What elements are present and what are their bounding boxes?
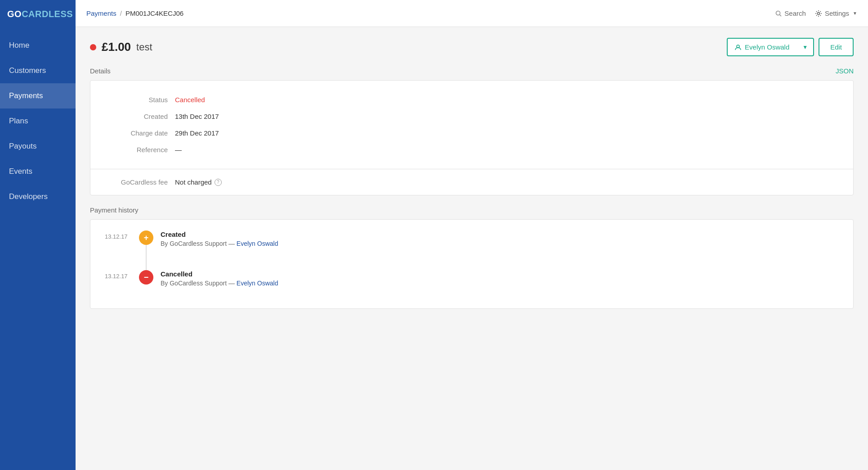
history-desc-cancelled: By GoCardless Support — Evelyn Oswald (161, 280, 839, 287)
content: £1.00 test Evelyn Oswald ▼ Edit (76, 27, 868, 470)
history-line-created (146, 245, 147, 270)
settings-chevron: ▼ (853, 11, 857, 16)
edit-button[interactable]: Edit (819, 38, 854, 56)
detail-value-charge-date: 29th Dec 2017 (175, 129, 219, 137)
history-item-created: 13.12.17 + Created By GoCardless Support… (105, 230, 839, 270)
history-date-created: 13.12.17 (105, 230, 132, 240)
history-item-cancelled: 13.12.17 − Cancelled By GoCardless Suppo… (105, 270, 839, 298)
settings-button[interactable]: Settings ▼ (815, 9, 857, 17)
history-desc-prefix-created: By GoCardless Support — (161, 240, 235, 247)
history-desc-created: By GoCardless Support — Evelyn Oswald (161, 240, 839, 247)
history-link-cancelled[interactable]: Evelyn Oswald (237, 280, 278, 287)
logo[interactable]: GOCARDLESS (0, 0, 76, 28)
user-icon (735, 44, 741, 50)
history-content-cancelled: Cancelled By GoCardless Support — Evelyn… (161, 270, 839, 298)
topbar: Payments / PM001JC4KECJ06 Search Setting… (76, 0, 868, 27)
breadcrumb: Payments / PM001JC4KECJ06 (86, 9, 183, 17)
detail-value-status: Cancelled (175, 96, 205, 104)
sidebar-nav: Home Customers Payments Plans Payouts Ev… (0, 33, 76, 209)
history-title-cancelled: Cancelled (161, 270, 839, 278)
topbar-right: Search Settings ▼ (775, 9, 857, 17)
detail-row-charge-date: Charge date 29th Dec 2017 (105, 125, 839, 141)
customer-dropdown-arrow[interactable]: ▼ (797, 40, 813, 55)
history-link-created[interactable]: Evelyn Oswald (237, 240, 278, 247)
sidebar-item-developers[interactable]: Developers (0, 184, 76, 209)
detail-label-charge-date: Charge date (105, 129, 168, 137)
svg-point-0 (776, 11, 780, 15)
sidebar-item-events[interactable]: Events (0, 159, 76, 184)
detail-value-reference: — (175, 146, 182, 154)
customer-button[interactable]: Evelyn Oswald ▼ (727, 38, 814, 56)
breadcrumb-current: PM001JC4KECJ06 (125, 9, 183, 17)
history-card: 13.12.17 + Created By GoCardless Support… (90, 219, 854, 309)
header-actions: Evelyn Oswald ▼ Edit (727, 38, 854, 56)
svg-line-1 (780, 14, 782, 16)
history-date-cancelled: 13.12.17 (105, 270, 132, 280)
history-section-header: Payment history (90, 206, 854, 214)
fee-row: GoCardless fee Not charged ? (90, 169, 853, 195)
detail-row-created: Created 13th Dec 2017 (105, 108, 839, 125)
page-name: test (136, 41, 152, 53)
detail-value-created: 13th Dec 2017 (175, 113, 219, 120)
info-icon[interactable]: ? (215, 179, 222, 186)
fee-value-text: Not charged (175, 178, 212, 186)
breadcrumb-separator: / (120, 9, 122, 17)
json-link[interactable]: JSON (836, 67, 854, 75)
detail-row-reference: Reference — (105, 141, 839, 158)
breadcrumb-payments-link[interactable]: Payments (86, 9, 116, 17)
sidebar-item-payouts[interactable]: Payouts (0, 134, 76, 159)
history-label: Payment history (90, 206, 139, 214)
page-amount: £1.00 (102, 40, 131, 54)
svg-point-2 (817, 12, 819, 14)
detail-row-status: Status Cancelled (105, 91, 839, 108)
logo-cardless: CARDLESS (22, 9, 73, 19)
history-icon-created: + (139, 230, 153, 245)
details-section-header: Details JSON (90, 67, 854, 75)
details-grid: Status Cancelled Created 13th Dec 2017 C… (90, 81, 853, 169)
detail-label-reference: Reference (105, 146, 168, 154)
sidebar: GOCARDLESS Home Customers Payments Plans… (0, 0, 76, 470)
customer-button-main: Evelyn Oswald (728, 39, 796, 55)
search-button[interactable]: Search (775, 9, 806, 17)
history-content-created: Created By GoCardless Support — Evelyn O… (161, 230, 839, 258)
logo-go: GO (7, 9, 22, 19)
svg-point-3 (737, 45, 739, 48)
search-icon (775, 10, 782, 17)
settings-label: Settings (825, 9, 849, 17)
history-icon-col-created: + (139, 230, 153, 270)
detail-label-created: Created (105, 113, 168, 120)
sidebar-item-home[interactable]: Home (0, 33, 76, 58)
details-label: Details (90, 67, 111, 75)
page-header: £1.00 test Evelyn Oswald ▼ Edit (90, 38, 854, 56)
detail-label-status: Status (105, 96, 168, 104)
history-title-created: Created (161, 230, 839, 238)
fee-label: GoCardless fee (105, 178, 168, 186)
sidebar-item-customers[interactable]: Customers (0, 58, 76, 83)
sidebar-item-payments[interactable]: Payments (0, 83, 76, 108)
details-card: Status Cancelled Created 13th Dec 2017 C… (90, 80, 854, 195)
history-icon-col-cancelled: − (139, 270, 153, 285)
status-dot (90, 44, 96, 50)
page-title-group: £1.00 test (90, 40, 152, 54)
fee-value: Not charged ? (175, 178, 222, 186)
customer-name: Evelyn Oswald (745, 43, 789, 51)
search-label: Search (784, 9, 806, 17)
history-icon-cancelled: − (139, 270, 153, 285)
main: Payments / PM001JC4KECJ06 Search Setting… (76, 0, 868, 470)
sidebar-item-plans[interactable]: Plans (0, 108, 76, 134)
history-desc-prefix-cancelled: By GoCardless Support — (161, 280, 235, 287)
gear-icon (815, 10, 822, 17)
